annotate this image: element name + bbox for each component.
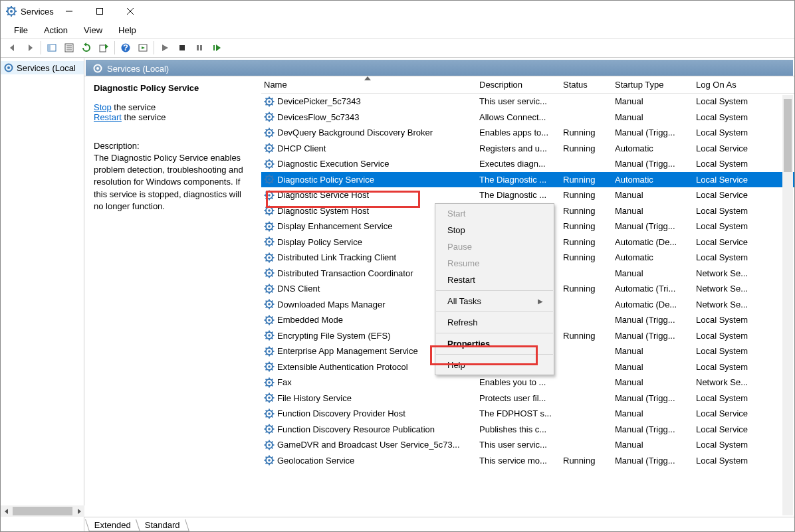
service-name: Diagnostic Service Host [277, 190, 369, 200]
menu-action[interactable]: Action [37, 24, 74, 37]
pause-service-button[interactable] [191, 40, 207, 56]
svg-point-223 [268, 397, 271, 399]
service-row[interactable]: Diagnostic Service HostThe Diagnostic ..… [261, 187, 794, 203]
service-row[interactable]: DevicesFlow_5c7343Allows Connect...Manua… [261, 110, 794, 126]
service-row[interactable]: DevicePicker_5c7343This user servic...Ma… [261, 94, 794, 110]
stop-service-button[interactable] [174, 40, 190, 56]
service-row[interactable]: GameDVR and Broadcast User Service_5c73.… [261, 437, 794, 453]
service-name: DevicePicker_5c7343 [277, 96, 361, 106]
export-button[interactable] [96, 40, 112, 56]
service-row[interactable]: Function Discovery Provider HostThe FDPH… [261, 406, 794, 422]
menubar: File Action View Help [1, 22, 794, 38]
run-button[interactable] [135, 40, 151, 56]
restart-link[interactable]: Restart [94, 112, 122, 122]
service-row[interactable]: Diagnostic Policy ServiceThe Diagnostic … [261, 172, 794, 188]
gear-icon [264, 440, 275, 450]
context-menu: StartStopPauseResumeRestartAll Tasks▶Ref… [435, 203, 554, 375]
context-menu-properties[interactable]: Properties [435, 335, 554, 352]
context-menu-all-tasks[interactable]: All Tasks▶ [435, 293, 554, 310]
context-menu-resume: Resume [435, 255, 554, 272]
service-logon: Network Se... [691, 300, 777, 310]
help-button[interactable]: ? [118, 40, 134, 56]
service-row[interactable]: Geolocation ServiceThis service mo...Run… [261, 453, 794, 469]
context-menu-refresh[interactable]: Refresh [435, 314, 554, 331]
tab-extended[interactable]: Extended [85, 519, 140, 531]
menu-file[interactable]: File [7, 24, 35, 37]
service-row[interactable]: Function Discovery Resource PublicationP… [261, 422, 794, 438]
service-logon: Network Se... [691, 284, 777, 294]
svg-line-59 [272, 135, 273, 136]
svg-line-179 [272, 322, 273, 323]
selected-service-title: Diagnostic Policy Service [94, 83, 252, 93]
service-startup: Automatic [610, 252, 691, 262]
svg-point-183 [268, 334, 271, 337]
service-description: Enables apps to... [474, 128, 558, 137]
service-name: DevicesFlow_5c7343 [277, 112, 360, 122]
svg-line-69 [272, 151, 273, 152]
service-logon: Network Se... [691, 377, 777, 387]
gear-icon [264, 205, 275, 216]
svg-line-8 [7, 14, 9, 15]
tab-standard[interactable]: Standard [136, 519, 189, 531]
tree-root-services[interactable]: Services (Local [1, 61, 84, 74]
vertical-scrollbar[interactable] [782, 95, 793, 515]
svg-line-231 [272, 395, 273, 396]
context-menu-restart[interactable]: Restart [435, 272, 554, 288]
service-name: Downloaded Maps Manager [277, 300, 386, 310]
svg-line-181 [272, 316, 273, 317]
gear-icon [264, 174, 275, 185]
stop-link[interactable]: Stop [94, 102, 112, 112]
svg-line-188 [266, 332, 267, 333]
service-row[interactable]: Diagnostic Execution ServiceExecutes dia… [261, 156, 794, 172]
svg-line-129 [272, 244, 273, 246]
service-description: Allows Connect... [474, 112, 558, 122]
menu-view[interactable]: View [77, 24, 109, 37]
svg-line-228 [266, 395, 267, 396]
window-title: Services [21, 7, 54, 17]
service-description: Protects user fil... [474, 393, 558, 403]
close-button[interactable] [115, 1, 146, 22]
scroll-left-button[interactable] [1, 505, 12, 517]
svg-line-158 [266, 285, 267, 286]
service-row[interactable]: File History ServiceProtects user fil...… [261, 391, 794, 406]
svg-line-148 [266, 270, 267, 271]
minimize-button[interactable] [54, 1, 84, 22]
tree-pane: Services (Local [1, 58, 84, 531]
svg-rect-11 [96, 9, 102, 15]
service-row[interactable]: FaxEnables you to ...ManualNetwork Se... [261, 375, 794, 391]
service-row[interactable]: DHCP ClientRegisters and u...RunningAuto… [261, 141, 794, 157]
context-menu-stop[interactable]: Stop [435, 222, 554, 238]
scroll-thumb[interactable] [784, 99, 792, 172]
col-description[interactable]: Description [474, 77, 558, 92]
service-row[interactable]: DevQuery Background Discovery BrokerEnab… [261, 125, 794, 141]
service-description: Registers and u... [474, 143, 558, 153]
restart-service-button[interactable] [209, 40, 225, 56]
service-description: This user servic... [474, 96, 558, 106]
col-status[interactable]: Status [558, 77, 610, 92]
col-name[interactable]: Name [261, 77, 474, 92]
service-logon: Local Service [691, 175, 777, 185]
context-menu-help[interactable]: Help [435, 357, 554, 373]
refresh-button[interactable] [78, 40, 94, 56]
scroll-right-button[interactable] [73, 505, 84, 517]
col-logon[interactable]: Log On As [691, 77, 777, 92]
service-startup: Manual [610, 408, 691, 418]
menu-help[interactable]: Help [112, 24, 143, 37]
svg-line-51 [272, 114, 273, 115]
svg-line-170 [266, 307, 267, 308]
gear-icon [264, 455, 275, 466]
back-button[interactable] [5, 40, 21, 56]
service-status: Running [558, 456, 610, 466]
forward-button[interactable] [22, 40, 38, 56]
svg-line-89 [272, 182, 273, 183]
maximize-button[interactable] [84, 1, 115, 22]
service-status: Running [558, 190, 610, 200]
gear-icon [264, 143, 275, 153]
svg-line-128 [266, 238, 267, 240]
properties-button[interactable] [61, 40, 77, 56]
start-service-button[interactable] [157, 40, 173, 56]
col-startup[interactable]: Startup Type [610, 77, 691, 92]
show-hide-tree-button[interactable] [44, 40, 60, 56]
tab-services-local[interactable]: Services (Local) [87, 61, 260, 76]
horizontal-scrollbar[interactable] [1, 505, 84, 517]
